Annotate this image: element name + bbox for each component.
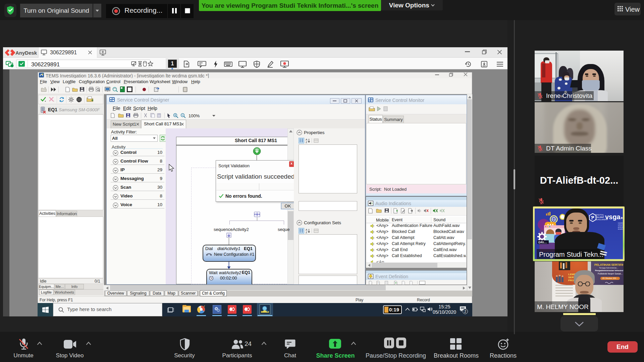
svg-text:Z: Z [306, 141, 307, 143]
svg-text:Z: Z [306, 231, 307, 233]
svg-text:?: ? [377, 282, 379, 284]
